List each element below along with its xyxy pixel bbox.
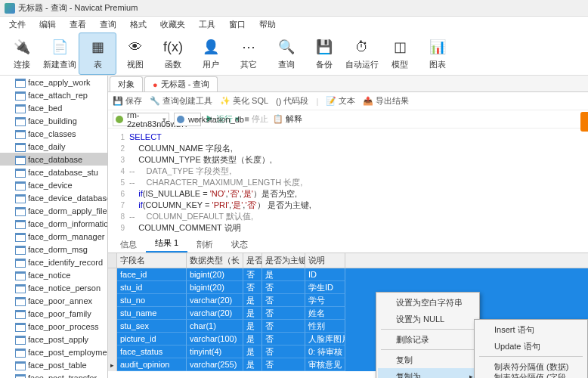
- table-face_apply_work[interactable]: face_apply_work: [0, 76, 107, 88]
- stop-button[interactable]: ■ 停止: [244, 113, 268, 125]
- table-face_identify_record[interactable]: face_identify_record: [0, 256, 107, 268]
- toolbar-其它[interactable]: ⋯其它: [230, 33, 268, 75]
- main-toolbar: 🔌连接📄新建查询▦表👁视图f(x)函数👤用户⋯其它🔍查询💾备份⏱自动运行◫模型📊…: [0, 32, 588, 76]
- ctx-删除记录[interactable]: 删除记录: [378, 331, 478, 348]
- menu-文件[interactable]: 文件: [3, 17, 32, 32]
- window-title: 无标题 - 查询 - Navicat Premium: [18, 2, 138, 14]
- result-tab-3[interactable]: 状态: [222, 237, 257, 253]
- result-tab-2[interactable]: 剖析: [187, 237, 222, 253]
- query-toolbar: 💾 保存 🔧 查询创建工具 ✨ 美化 SQL () 代码段 | 📝 文本 📤 导…: [108, 92, 588, 110]
- table-face_classes[interactable]: face_classes: [0, 127, 107, 140]
- sql-editor[interactable]: 1SELECT2 COLUMN_NAME 字段名,3 COLUMN_TYPE 数…: [108, 129, 588, 237]
- toolbar-图表[interactable]: 📊图表: [419, 33, 456, 75]
- toolbar-查询[interactable]: 🔍查询: [268, 33, 305, 75]
- table-face_dorm_manager[interactable]: face_dorm_manager: [0, 230, 107, 243]
- toolbar-模型[interactable]: ◫模型: [381, 33, 419, 75]
- query-builder-button[interactable]: 🔧 查询创建工具: [150, 95, 212, 107]
- title-bar: 无标题 - 查询 - Navicat Premium: [0, 0, 588, 17]
- toolbar-连接[interactable]: 🔌连接: [3, 33, 41, 75]
- explain-button[interactable]: 📋 解释: [273, 113, 302, 125]
- result-tabs: 信息结果 1剖析状态: [108, 237, 588, 253]
- toolbar-备份[interactable]: 💾备份: [305, 33, 343, 75]
- toolbar-函数[interactable]: f(x)函数: [154, 33, 192, 75]
- menu-工具[interactable]: 工具: [193, 17, 221, 32]
- toolbar-自动运行[interactable]: ⏱自动运行: [343, 33, 381, 75]
- menu-收藏夹[interactable]: 收藏夹: [154, 17, 191, 32]
- menu-帮助[interactable]: 帮助: [253, 17, 282, 32]
- connection-row: rm-2zetn83n05wz7i workstation_db ▶ 运行 ▾ …: [108, 110, 588, 129]
- result-tab-0[interactable]: 信息: [111, 237, 146, 253]
- object-sidebar[interactable]: face_apply_workface_attach_repface_bedfa…: [0, 76, 108, 378]
- ctx-设置为空白字符串[interactable]: 设置为空白字符串: [378, 294, 478, 311]
- export-button[interactable]: 📤 导出结果: [363, 95, 409, 107]
- table-row[interactable]: stu_namevarchar(20)是否姓名: [108, 307, 588, 320]
- col-header[interactable]: 说明: [305, 253, 345, 268]
- col-header[interactable]: 数据类型（长: [187, 253, 243, 268]
- table-face_dorm_information[interactable]: face_dorm_information: [0, 217, 107, 230]
- table-face_building[interactable]: face_building: [0, 114, 107, 127]
- table-face_dorm_apply_file[interactable]: face_dorm_apply_file: [0, 204, 107, 217]
- menu-查看[interactable]: 查看: [63, 17, 92, 32]
- ctx-设置为 NULL[interactable]: 设置为 NULL: [378, 311, 478, 327]
- side-tag[interactable]: [580, 112, 588, 132]
- beautify-button[interactable]: ✨ 美化 SQL: [220, 95, 268, 107]
- codeseg-button[interactable]: () 代码段: [276, 95, 308, 107]
- result-tab-1[interactable]: 结果 1: [146, 235, 187, 253]
- table-face_database_stu[interactable]: face_database_stu: [0, 166, 107, 178]
- database-combo[interactable]: workstation_db: [174, 113, 201, 126]
- toolbar-视图[interactable]: 👁视图: [116, 33, 154, 75]
- table-face_poor_annex[interactable]: face_poor_annex: [0, 294, 107, 307]
- table-face_device[interactable]: face_device: [0, 178, 107, 191]
- table-face_notice_person[interactable]: face_notice_person: [0, 281, 107, 294]
- editor-tabs: 对象 ●无标题 - 查询: [108, 76, 588, 92]
- table-face_device_database[interactable]: face_device_database: [0, 191, 107, 204]
- table-face_post_employmen[interactable]: face_post_employmen: [0, 345, 107, 358]
- context-menu[interactable]: 设置为空白字符串设置为 NULL删除记录复制复制为粘贴显示: [376, 292, 480, 378]
- table-face_post_apply[interactable]: face_post_apply: [0, 333, 107, 345]
- table-face_notice[interactable]: face_notice: [0, 268, 107, 281]
- server-combo[interactable]: rm-2zetn83n05wz7i: [113, 113, 169, 126]
- table-face_attach_rep[interactable]: face_attach_rep: [0, 88, 107, 101]
- menu-查询[interactable]: 查询: [94, 17, 122, 32]
- table-face_post_table[interactable]: face_post_table: [0, 358, 107, 371]
- table-face_daily[interactable]: face_daily: [0, 140, 107, 153]
- table-face_database[interactable]: face_database: [0, 153, 107, 166]
- menu-格式[interactable]: 格式: [124, 17, 153, 32]
- ctx-制表符分隔值 (字段名)[interactable]: 制表符分隔值 (字段名): [476, 375, 586, 378]
- table-row[interactable]: stu_idbigint(20)否否学生ID: [108, 281, 588, 294]
- tab-objects[interactable]: 对象: [110, 76, 143, 91]
- ctx-复制[interactable]: 复制: [378, 352, 478, 368]
- menu-编辑[interactable]: 编辑: [33, 17, 62, 32]
- menu-窗口[interactable]: 窗口: [223, 17, 252, 32]
- table-row[interactable]: stu_novarchar(20)是否学号: [108, 294, 588, 307]
- table-row[interactable]: face_idbigint(20)否是ID: [108, 268, 588, 281]
- col-header[interactable]: 是否为主键: [262, 253, 305, 268]
- table-face_dorm_msg[interactable]: face_dorm_msg: [0, 243, 107, 256]
- ctx-Update 语句[interactable]: Update 语句: [476, 338, 586, 355]
- col-header[interactable]: 是否为空: [243, 253, 262, 268]
- table-face_poor_process[interactable]: face_poor_process: [0, 320, 107, 333]
- toolbar-新建查询[interactable]: 📄新建查询: [41, 33, 79, 75]
- table-face_post_transfer[interactable]: face_post_transfer: [0, 371, 107, 378]
- tab-query[interactable]: ●无标题 - 查询: [144, 76, 218, 91]
- app-icon: [5, 3, 15, 14]
- toolbar-表[interactable]: ▦表: [79, 33, 116, 75]
- ctx-复制为[interactable]: 复制为: [378, 368, 478, 378]
- context-submenu[interactable]: Insert 语句Update 语句制表符分隔值 (数据)制表符分隔值 (字段名…: [474, 319, 588, 378]
- menu-bar: 文件编辑查看查询格式收藏夹工具窗口帮助: [0, 17, 588, 32]
- save-button[interactable]: 💾 保存: [113, 95, 142, 107]
- table-face_bed[interactable]: face_bed: [0, 101, 107, 114]
- table-face_poor_family[interactable]: face_poor_family: [0, 307, 107, 320]
- toolbar-用户[interactable]: 👤用户: [192, 33, 230, 75]
- text-button[interactable]: 📝 文本: [326, 95, 355, 107]
- col-header[interactable]: 字段名: [117, 253, 187, 268]
- ctx-Insert 语句[interactable]: Insert 语句: [476, 321, 586, 338]
